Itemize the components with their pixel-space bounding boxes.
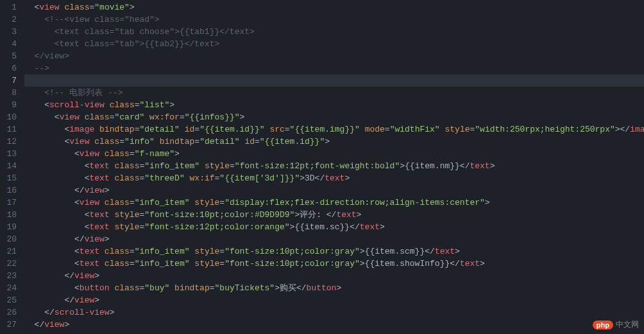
- line-number: 15: [5, 172, 17, 184]
- code-line[interactable]: </view>: [24, 50, 644, 62]
- code-line[interactable]: <text style="font-size:12pt;color:orange…: [24, 221, 644, 233]
- line-number: 1: [5, 1, 17, 13]
- line-number: 17: [5, 197, 17, 209]
- code-line[interactable]: <text style="font-size:10pt;color:#D9D9D…: [24, 209, 644, 221]
- code-line[interactable]: <text class="tab">{{tab2}}</text>: [24, 38, 644, 50]
- code-line[interactable]: <image bindtap="detail" id="{{item.id}}"…: [24, 123, 644, 136]
- watermark: php 中文网: [593, 319, 639, 330]
- line-number: 18: [5, 209, 17, 221]
- line-number: 8: [5, 87, 17, 99]
- line-number: 4: [5, 38, 17, 50]
- line-number: 24: [5, 282, 17, 294]
- line-number: 27: [5, 319, 17, 331]
- code-line[interactable]: </view>: [24, 184, 644, 197]
- code-line[interactable]: </scroll-view>: [24, 306, 644, 319]
- code-line[interactable]: <button class="buy" bindtap="buyTickets"…: [24, 282, 644, 294]
- code-line[interactable]: <scroll-view class="list">: [24, 99, 644, 111]
- line-number: 25: [5, 294, 17, 306]
- code-line[interactable]: <text class="tab choose">{{tab1}}</text>: [24, 26, 644, 38]
- line-number: 26: [5, 306, 17, 319]
- line-number-gutter: 1234567891011121314151617181920212223242…: [0, 0, 24, 334]
- code-line[interactable]: <text class="info_item" style="font-size…: [24, 258, 644, 270]
- line-number: 13: [5, 148, 17, 160]
- line-number: 5: [5, 50, 17, 62]
- code-line[interactable]: <!--<view class="head">: [24, 13, 644, 26]
- code-line[interactable]: <text class="info_item" style="font-size…: [24, 160, 644, 172]
- line-number: 9: [5, 99, 17, 111]
- line-number: 12: [5, 136, 17, 148]
- line-number: 3: [5, 26, 17, 38]
- code-line[interactable]: </view>: [24, 294, 644, 306]
- line-number: 16: [5, 184, 17, 197]
- line-number: 21: [5, 245, 17, 258]
- code-line[interactable]: [24, 75, 644, 87]
- line-number: 10: [5, 111, 17, 123]
- watermark-badge: php: [593, 321, 613, 330]
- line-number: 6: [5, 62, 17, 75]
- code-line[interactable]: <view class="card" wx:for="{{infos}}">: [24, 111, 644, 123]
- code-editor[interactable]: 1234567891011121314151617181920212223242…: [0, 0, 644, 334]
- line-number: 19: [5, 221, 17, 233]
- line-number: 2: [5, 13, 17, 26]
- code-line[interactable]: <view class="movie">: [24, 1, 644, 13]
- line-number: 14: [5, 160, 17, 172]
- code-line[interactable]: </view>: [24, 233, 644, 245]
- code-line[interactable]: <view class="info" bindtap="detail" id="…: [24, 136, 644, 148]
- code-line[interactable]: <view class="info_item" style="display:f…: [24, 197, 644, 209]
- line-number: 22: [5, 258, 17, 270]
- code-line[interactable]: <!-- 电影列表 -->: [24, 87, 644, 99]
- code-line[interactable]: <view class="f-name">: [24, 148, 644, 160]
- line-number: 7: [5, 75, 17, 87]
- code-line[interactable]: </view>: [24, 319, 644, 331]
- code-line[interactable]: </view>: [24, 270, 644, 282]
- watermark-text: 中文网: [616, 319, 639, 330]
- code-line[interactable]: -->: [24, 62, 644, 75]
- line-number: 23: [5, 270, 17, 282]
- code-line[interactable]: <text class="threeD" wx:if="{{item['3d']…: [24, 172, 644, 184]
- code-line[interactable]: <text class="info_item" style="font-size…: [24, 245, 644, 258]
- code-area[interactable]: <view class="movie"> <!--<view class="he…: [24, 0, 644, 334]
- line-number: 11: [5, 123, 17, 136]
- line-number: 20: [5, 233, 17, 245]
